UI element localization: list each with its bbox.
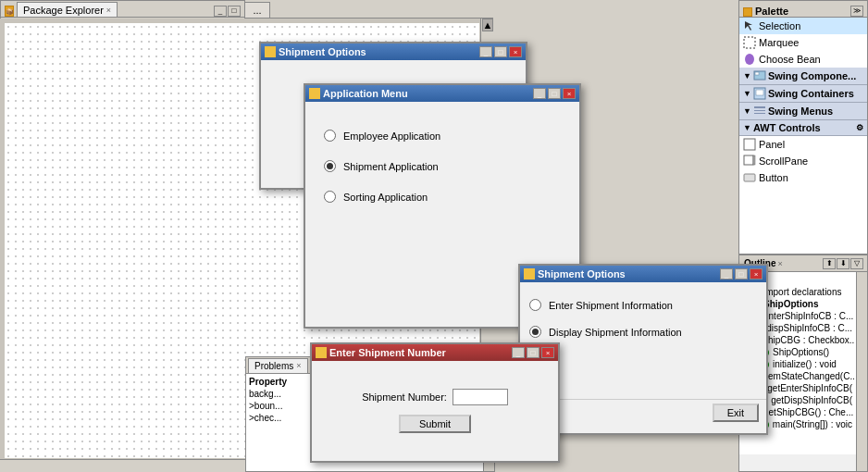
palette-scrollpane-label: ScrollPane [759, 155, 808, 167]
radio-shipment-circle[interactable] [324, 160, 336, 172]
selection-icon [743, 19, 756, 32]
outline-vscroll[interactable] [856, 272, 867, 471]
shipment-options-bg-icon [265, 46, 276, 57]
outline-getdispshipinfocb-label: getDispShipInfoCB( [771, 395, 852, 405]
palette-group-awtcontrols[interactable]: ▼ AWT Controls ⚙ [739, 120, 867, 136]
palette-group-swingcomp[interactable]: ▼ Swing Compone... [739, 68, 867, 85]
palette-item-selection[interactable]: Selection [739, 18, 867, 34]
shipment-options-bg-header[interactable]: Shipment Options _ □ × [261, 43, 526, 60]
outline-main-label: main(String[]) : voic [773, 419, 852, 429]
palette-panel: Palette ≫ Selection Marquee Choose Bean [738, 0, 868, 255]
outline-entershipinfocb-label: enterShipInfoCB : C... [763, 311, 853, 321]
palette-item-choosebean[interactable]: Choose Bean [739, 51, 867, 68]
radio-employee[interactable]: Employee Application [315, 111, 570, 151]
palette-item-button[interactable]: Button [739, 169, 867, 186]
awtcontrols-settings[interactable]: ⚙ [856, 123, 863, 132]
svg-rect-9 [744, 139, 755, 150]
entershipnum-min[interactable]: _ [512, 347, 525, 358]
swingcomp-collapse-icon: ▼ [743, 71, 751, 81]
palette-btn1[interactable]: ≫ [850, 6, 863, 17]
appmenu-max[interactable]: □ [548, 88, 561, 99]
radio-shipment-label: Shipment Application [343, 161, 439, 172]
entershipnum-max[interactable]: □ [527, 347, 539, 358]
palette-swingcomp-label: Swing Compone... [768, 70, 856, 81]
palette-awtcontrols-label: AWT Controls [753, 122, 821, 133]
outline-itemstatechanged-label: itemStateChanged(C... [763, 371, 854, 381]
main-tab-more[interactable]: ... [244, 2, 269, 18]
shipnum-input[interactable] [453, 389, 508, 405]
radio-sorting[interactable]: Sorting Application [315, 181, 570, 212]
appmenu-min[interactable]: _ [533, 88, 546, 99]
marquee-icon [743, 36, 756, 49]
main-tab-more-label: ... [253, 5, 261, 16]
svg-rect-3 [755, 72, 759, 75]
outline-initialize-label: initialize() : void [773, 359, 837, 369]
appmenu-close[interactable]: × [563, 88, 576, 99]
outline-tab-close[interactable]: × [777, 259, 782, 268]
svg-rect-5 [756, 90, 763, 95]
outline-tb1[interactable]: ⬆ [823, 258, 836, 269]
palette-icon [743, 7, 752, 17]
shipopt-fg-title: Shipment Options [538, 268, 626, 279]
problems-tab[interactable]: Problems × [248, 358, 308, 373]
radio-display-shipment-circle[interactable] [529, 326, 541, 338]
palette-marquee-label: Marquee [759, 37, 799, 48]
enter-shipnum-icon [316, 347, 327, 358]
outline-tb2[interactable]: ⬇ [837, 258, 849, 269]
app-menu-ctrls: _ □ × [533, 88, 576, 99]
swingmenus-icon [753, 105, 766, 118]
editor-vscroll-up[interactable]: ▲ [482, 19, 493, 31]
pkg-maximize[interactable]: □ [228, 6, 241, 17]
radio-shipment[interactable]: Shipment Application [315, 151, 570, 181]
app-menu-header[interactable]: Application Menu _ □ × [305, 85, 579, 102]
palette-button-label: Button [759, 172, 788, 183]
pkg-tab[interactable]: Package Explorer × [17, 2, 118, 17]
pkg-minimize[interactable]: _ [214, 6, 227, 17]
submit-button[interactable]: Submit [399, 415, 471, 433]
radio-employee-label: Employee Application [343, 130, 440, 142]
button-icon [743, 171, 756, 184]
shipopt-fg-icon [524, 268, 535, 279]
radio-display-shipment-label: Display Shipment Information [549, 327, 682, 338]
outline-getshipcbg-label: getShipCBG() : Che... [763, 407, 853, 417]
outline-getentershipinfocb-label: getEnterShipInfoCB( [767, 383, 852, 393]
svg-rect-12 [744, 174, 755, 181]
palette-group-swingcontainers[interactable]: ▼ Swing Containers [739, 85, 867, 103]
radio-enter-shipment-circle[interactable] [529, 299, 541, 311]
entershipnum-close[interactable]: × [541, 347, 554, 358]
palette-item-scrollpane[interactable]: ScrollPane [739, 153, 867, 169]
shipopt-fg-close[interactable]: × [750, 268, 763, 279]
radio-employee-circle[interactable] [324, 130, 336, 142]
pkg-tab-close[interactable]: × [106, 6, 111, 15]
enter-shipnum-header[interactable]: Enter Shipment Number _ □ × [312, 344, 558, 361]
shipopt-bg-max[interactable]: □ [494, 46, 507, 57]
svg-rect-0 [744, 37, 755, 48]
outline-tb3[interactable]: ▽ [850, 258, 863, 269]
radio-enter-shipment-label: Enter Shipment Information [549, 300, 673, 311]
palette-group-swingmenus[interactable]: ▼ Swing Menus [739, 103, 867, 120]
choosebean-icon [743, 53, 756, 66]
radio-display-shipment[interactable]: Display Shipment Information [529, 318, 757, 345]
shipopt-fg-min[interactable]: _ [720, 268, 733, 279]
pkg-tab-bar: 📦 Package Explorer × _ □ [1, 1, 244, 18]
shipopt-fg-max[interactable]: □ [735, 268, 748, 279]
shipopt-fg-ctrls: _ □ × [720, 268, 763, 279]
pkg-icon: 📦 [5, 6, 14, 17]
shipopt-bg-min[interactable]: _ [479, 46, 492, 57]
palette-item-marquee[interactable]: Marquee [739, 34, 867, 51]
svg-point-1 [745, 54, 754, 65]
shipopt-bg-close[interactable]: × [509, 46, 522, 57]
radio-sorting-circle[interactable] [324, 191, 336, 203]
radio-enter-shipment[interactable]: Enter Shipment Information [529, 292, 757, 318]
shipopt-fg-header[interactable]: Shipment Options _ □ × [520, 266, 766, 282]
palette-item-panel[interactable]: Panel [739, 136, 867, 153]
app-menu-title: Application Menu [323, 88, 408, 99]
shipnum-label: Shipment Number: [362, 391, 447, 403]
shipment-options-bg-ctrls: _ □ × [479, 46, 522, 57]
pkg-tab-label: Package Explorer [23, 5, 104, 16]
awtcontrols-icon: ▼ [743, 123, 751, 132]
shipment-options-bg-header-left: Shipment Options [265, 46, 366, 57]
problems-tab-close[interactable]: × [296, 361, 301, 370]
svg-rect-7 [754, 110, 765, 111]
exit-button[interactable]: Exit [713, 404, 759, 422]
